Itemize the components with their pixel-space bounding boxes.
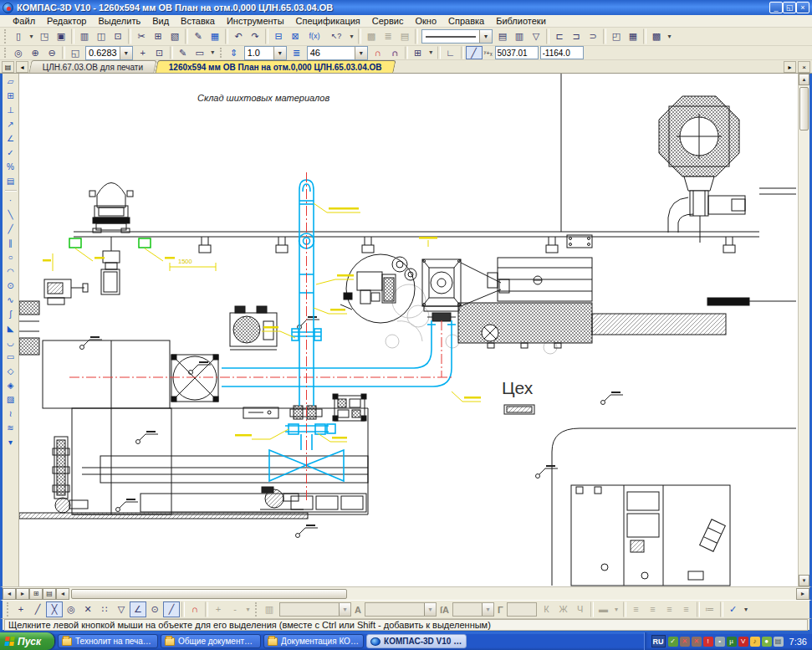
fx-button[interactable]: f(x) xyxy=(304,28,325,44)
spec-connect-button[interactable]: ▤ xyxy=(494,28,511,44)
align-center-button[interactable]: ≡ xyxy=(645,601,661,617)
layout-mode-button[interactable]: ▤ xyxy=(43,588,56,600)
layer-dropdown[interactable]: ▾ xyxy=(355,47,367,59)
utorrent-icon[interactable]: µ xyxy=(727,637,737,647)
object-style-button[interactable]: ▦ xyxy=(207,28,223,44)
snap-midpoint-button[interactable]: ╳ xyxy=(46,601,63,617)
local-cs-button[interactable]: ∟ xyxy=(442,46,459,59)
drawing-canvas[interactable]: Склад шихтовых материалов Цех 1500 xyxy=(19,74,798,586)
equidistant-tool[interactable]: ≋ xyxy=(3,421,18,435)
close-button[interactable]: × xyxy=(796,2,809,13)
toolbar-grip-2[interactable] xyxy=(4,48,8,59)
menu-libraries[interactable]: Библиотеки xyxy=(490,15,552,28)
designations-panel-button[interactable]: ⊥ xyxy=(3,103,18,117)
insert-table-button[interactable]: ▤ xyxy=(396,28,413,44)
snap-align-button[interactable]: ╱ xyxy=(163,601,180,617)
screen-button[interactable]: ▭ xyxy=(192,46,208,59)
rectangle-tool[interactable]: ▭ xyxy=(3,350,18,364)
snap-tangent-button[interactable]: ▽ xyxy=(113,601,130,617)
network-disabled-icon-2[interactable]: ✕ xyxy=(692,637,702,647)
menu-help[interactable]: Справка xyxy=(442,15,490,28)
dimensions-panel-button[interactable]: ⊞ xyxy=(3,89,18,103)
panel-scroll-button[interactable]: ▾ xyxy=(3,435,18,449)
scheduler-icon[interactable]: • xyxy=(715,637,725,647)
snaps-setup-button[interactable]: ∩ xyxy=(370,46,386,59)
new-document-button[interactable]: ▯ xyxy=(10,28,27,44)
chamfer-tool[interactable]: ◣ xyxy=(3,321,18,335)
scroll-right-button[interactable]: ▸ xyxy=(796,588,809,600)
tab-document-2[interactable]: 1260x594 мм ОВ План на отм.0,000 ЦЛН.65.… xyxy=(156,60,396,73)
minimize-button[interactable]: _ xyxy=(769,2,783,13)
redo-button[interactable]: ↷ xyxy=(247,28,263,44)
paste-button[interactable]: ▧ xyxy=(166,28,183,44)
antivirus-icon[interactable]: V xyxy=(738,637,748,647)
menu-editor[interactable]: Редактор xyxy=(41,15,92,28)
italic-button[interactable]: К xyxy=(539,601,555,617)
spellcheck-button[interactable]: ✓ xyxy=(725,601,742,617)
menu-file[interactable]: Файл xyxy=(7,15,41,28)
save-button[interactable]: ▣ xyxy=(53,28,69,44)
selection-panel-button[interactable]: % xyxy=(3,160,18,174)
tab-scroll-left-button[interactable]: ◂ xyxy=(16,61,28,73)
fillet-tool[interactable]: ◡ xyxy=(3,335,18,350)
cells-button[interactable]: ▩ xyxy=(648,28,665,44)
vertical-scrollbar[interactable]: ▴ ▾ xyxy=(798,74,809,586)
security-alert-icon[interactable]: ! xyxy=(703,637,713,647)
pan-button[interactable]: + xyxy=(135,46,151,59)
horizontal-scroll-thumb[interactable] xyxy=(71,589,347,599)
restore-button[interactable]: ◱ xyxy=(783,2,796,13)
layer-combo[interactable]: 46▾ xyxy=(307,46,368,60)
measure-panel-button[interactable]: ✓ xyxy=(3,146,18,160)
line-width-dropdown[interactable]: ▾ xyxy=(273,47,286,59)
menu-insert[interactable]: Вставка xyxy=(175,15,221,28)
text-color-dropdown[interactable]: ▾ xyxy=(612,601,621,617)
spec-show-button[interactable]: ▽ xyxy=(528,28,544,44)
underline-button[interactable]: Ч xyxy=(572,601,589,617)
undo-button[interactable]: ↶ xyxy=(230,28,247,44)
vertical-scroll-track[interactable] xyxy=(799,132,809,575)
ellipse-tool[interactable]: ⊙ xyxy=(3,279,18,293)
zoom-combo[interactable]: 0.6283▾ xyxy=(85,46,133,60)
font-combo[interactable]: ▾ xyxy=(365,602,437,617)
point-tool[interactable]: · xyxy=(3,193,18,207)
vertical-scroll-thumb[interactable] xyxy=(799,87,809,131)
vpn-icon[interactable]: ● xyxy=(762,637,772,647)
parallel-line-tool[interactable]: ∥ xyxy=(3,236,18,250)
toolbar-overflow-button[interactable]: ▾ xyxy=(347,28,356,44)
construction-line-tool[interactable]: ╲ xyxy=(3,207,18,222)
zoom-window-button[interactable]: ◎ xyxy=(10,46,27,59)
layout-front-button[interactable]: ⊐ xyxy=(568,28,585,44)
start-button[interactable]: Пуск xyxy=(0,632,54,650)
coordinate-x-field[interactable] xyxy=(495,46,539,59)
toolbar-grip[interactable] xyxy=(4,29,8,44)
parametrics-panel-button[interactable]: ∠ xyxy=(3,131,18,146)
scroll-left-button[interactable]: ◂ xyxy=(56,588,69,600)
toolbar-grip-3[interactable] xyxy=(220,48,223,59)
frame-button[interactable]: ◰ xyxy=(608,28,625,44)
grid-table-button[interactable]: ▦ xyxy=(625,28,641,44)
menu-view[interactable]: Вид xyxy=(146,15,175,28)
step-decrease-button[interactable]: - xyxy=(227,601,243,617)
windows-update-icon[interactable]: ✓ xyxy=(668,637,678,647)
slope-combo[interactable] xyxy=(507,602,537,617)
format-overflow-button[interactable]: ▾ xyxy=(742,601,751,617)
print-button[interactable]: ▥ xyxy=(76,28,93,44)
snap-intersection-button[interactable]: ╱ xyxy=(29,601,46,617)
step-increase-button[interactable]: + xyxy=(210,601,227,617)
tab-scroll-right-button[interactable]: ▸ xyxy=(784,61,796,73)
edit-macro-button[interactable]: ▩ xyxy=(363,28,380,44)
scroll-down-button[interactable]: ▾ xyxy=(799,575,809,586)
layout-iso-button[interactable]: ⊃ xyxy=(585,28,601,44)
arc-tool[interactable]: ◠ xyxy=(3,264,18,279)
zoom-out-button[interactable]: ⊖ xyxy=(43,46,60,59)
horizontal-scrollbar[interactable]: ◂▸⊞▤ ◂ ▸ xyxy=(0,586,812,600)
task-common-docs[interactable]: Общие документы Ком... xyxy=(161,634,261,648)
polygon-tool[interactable]: ◇ xyxy=(3,364,18,378)
open-button[interactable]: ◳ xyxy=(36,28,53,44)
pages-button[interactable]: ⊞ xyxy=(29,588,43,600)
refresh-image-button[interactable]: ✎ xyxy=(175,46,192,59)
printer-icon[interactable]: ▤ xyxy=(774,637,784,647)
show-document-button[interactable]: ⊡ xyxy=(151,46,168,59)
task-documentation[interactable]: Документация КОМПА... xyxy=(263,634,364,648)
bold-button[interactable]: Ж xyxy=(555,601,572,617)
